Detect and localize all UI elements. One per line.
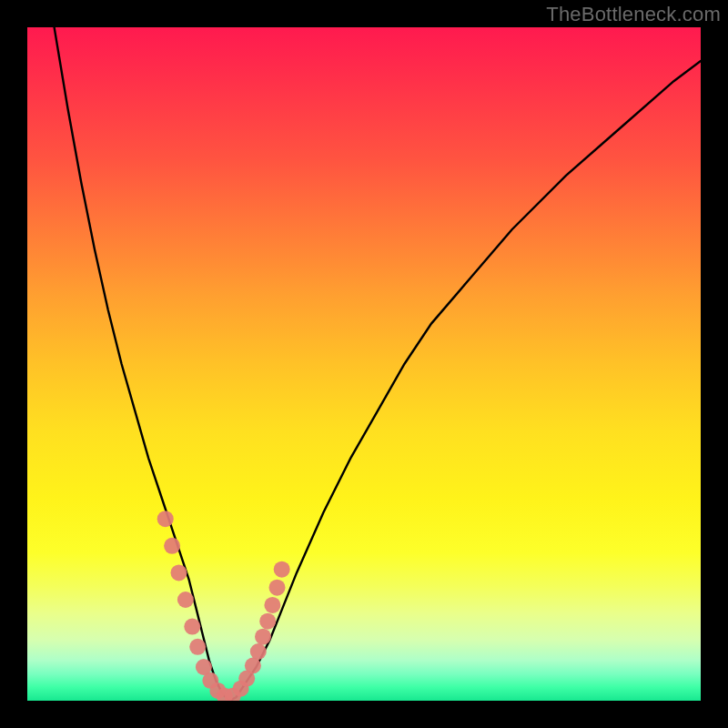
watermark-text: TheBottleneck.com [546, 3, 721, 26]
marker-dot [171, 564, 187, 581]
marker-dot [245, 658, 261, 674]
marker-dot [177, 592, 194, 608]
bottleneck-curve [55, 27, 701, 701]
marker-dot [264, 597, 280, 613]
marker-dot [255, 629, 271, 645]
marker-dot [269, 580, 286, 596]
marker-dot [157, 511, 174, 527]
marker-dot [274, 561, 290, 578]
chart-frame: TheBottleneck.com [0, 0, 728, 728]
curve-layer [55, 27, 701, 701]
highlight-markers [157, 511, 290, 701]
marker-dot [259, 613, 276, 630]
chart-svg [27, 27, 701, 701]
marker-dot [250, 643, 267, 660]
marker-dot [164, 538, 180, 554]
plot-area [27, 27, 701, 701]
marker-dot [184, 619, 200, 635]
marker-dot [189, 639, 206, 655]
